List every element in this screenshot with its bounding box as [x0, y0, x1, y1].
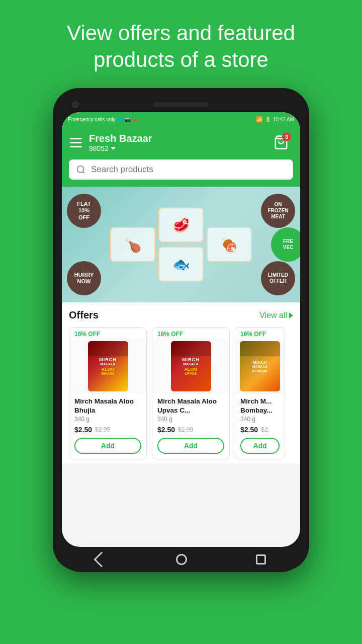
- product-name-0: Mirch Masala Aloo Bhujia: [69, 394, 146, 416]
- add-button-1[interactable]: Add: [157, 438, 224, 454]
- home-nav-button[interactable]: [176, 554, 187, 565]
- product-discount-0: 16% OFF: [69, 328, 146, 339]
- battery-icon: 🔋: [265, 117, 271, 122]
- product-discount-1: 16% OFF: [152, 328, 229, 339]
- product-weight-2: 340 g: [235, 416, 285, 426]
- svg-line-2: [83, 172, 85, 174]
- hamburger-line-2: [70, 142, 82, 143]
- emergency-text: Emergency calls only: [68, 117, 115, 122]
- product-weight-1: 340 g: [152, 416, 229, 426]
- product-price-row-1: $2.50 $2.99: [152, 426, 229, 438]
- zip-chevron-icon: [111, 147, 116, 150]
- product-card-0: 16% OFF MIRCH MASALA ALOO BHUJIA Mirch M…: [69, 327, 147, 459]
- meat-tray-beef: 🥩: [158, 207, 204, 243]
- bhujia-package-0: MIRCH MASALA ALOO BHUJIA: [88, 341, 128, 391]
- hamburger-line-1: [70, 138, 82, 139]
- product-price-row-2: $2.50 $2.: [235, 426, 285, 438]
- phone-notch: [62, 97, 300, 112]
- product-image-2: MIRCH MASALA BOMBAY: [235, 339, 285, 394]
- svg-point-1: [77, 166, 84, 173]
- app-header: Fresh Bazaar 98052 3: [62, 126, 300, 159]
- price-current-1: $2.50: [157, 426, 175, 434]
- phone-screen: Emergency calls only 🌐 📷 🔺 📶 🔋 10:42 AM …: [62, 112, 300, 547]
- phone-nav-bar: [62, 547, 300, 572]
- back-nav-button[interactable]: [94, 551, 110, 567]
- bhujia-package-2: MIRCH MASALA BOMBAY: [240, 341, 280, 391]
- product-discount-2: 16% OFF: [235, 328, 285, 339]
- status-right: 📶 🔋 10:42 AM: [256, 116, 294, 123]
- cart-badge: 3: [282, 132, 291, 141]
- phone-frame: Emergency calls only 🌐 📷 🔺 📶 🔋 10:42 AM …: [53, 88, 309, 571]
- store-info: Fresh Bazaar 98052: [89, 133, 152, 152]
- product-card-2: 16% OFF MIRCH MASALA BOMBAY Mirch M... B…: [235, 327, 285, 459]
- search-bar[interactable]: [69, 159, 293, 180]
- hero-heading: View offers and featured products of a s…: [0, 0, 362, 88]
- offers-section: Offers View all 16% OFF MIRCH MASALA ALO…: [62, 302, 300, 463]
- view-all-button[interactable]: View all: [259, 311, 293, 320]
- view-all-label: View all: [259, 311, 287, 320]
- product-weight-0: 340 g: [69, 416, 146, 426]
- hamburger-line-3: [70, 146, 82, 147]
- recent-apps-nav-button[interactable]: [256, 554, 266, 565]
- cart-button[interactable]: 3: [270, 131, 292, 153]
- bhujia-package-1: MIRCH MASALA ALOO UPVAS: [171, 341, 211, 391]
- meat-tray-salmon: 🐟: [158, 247, 204, 282]
- hamburger-menu[interactable]: [70, 138, 82, 147]
- product-image-0: MIRCH MASALA ALOO BHUJIA: [69, 339, 146, 394]
- offers-header: Offers View all: [69, 309, 293, 321]
- price-original-0: $2.99: [95, 426, 110, 433]
- price-original-1: $2.99: [178, 426, 193, 433]
- add-button-2[interactable]: Add: [240, 438, 280, 454]
- store-zip-row[interactable]: 98052: [89, 144, 152, 152]
- product-name-2: Mirch M... Bombay...: [235, 394, 285, 416]
- search-container: [62, 159, 300, 187]
- search-icon: [76, 165, 86, 175]
- emoji-icons: 🌐 📷 🔺: [117, 117, 138, 122]
- price-current-0: $2.50: [74, 426, 92, 434]
- status-left: Emergency calls only 🌐 📷 🔺: [68, 117, 138, 122]
- price-original-2: $2.: [261, 426, 269, 433]
- product-card-1: 16% OFF MIRCH MASALA ALOO UPVAS Mirch Ma…: [152, 327, 230, 459]
- product-name-1: Mirch Masala Aloo Upvas C...: [152, 394, 229, 416]
- wifi-icon: 📶: [256, 116, 263, 123]
- product-image-1: MIRCH MASALA ALOO UPVAS: [152, 339, 229, 394]
- status-bar: Emergency calls only 🌐 📷 🔺 📶 🔋 10:42 AM: [62, 112, 300, 126]
- meat-tray-chicken-legs: 🍗: [110, 227, 155, 262]
- promo-banner: FLAT 10% OFF ON FROZEN MEAT HURRY NOW LI…: [62, 187, 300, 302]
- product-price-row-0: $2.50 $2.99: [69, 426, 146, 438]
- header-left: Fresh Bazaar 98052: [70, 133, 152, 152]
- view-all-chevron-icon: [289, 312, 293, 318]
- store-name: Fresh Bazaar: [89, 133, 152, 144]
- products-row: 16% OFF MIRCH MASALA ALOO BHUJIA Mirch M…: [69, 327, 293, 459]
- offers-title: Offers: [69, 309, 99, 321]
- search-input[interactable]: [91, 165, 286, 175]
- front-camera: [72, 101, 79, 108]
- phone-speaker: [153, 102, 209, 107]
- status-time: 10:42 AM: [273, 117, 294, 122]
- meat-tray-chicken-breast: 🍖: [207, 227, 252, 262]
- price-current-2: $2.50: [240, 426, 258, 434]
- zip-code: 98052: [89, 144, 109, 152]
- add-button-0[interactable]: Add: [74, 438, 141, 454]
- banner-products: 🍗 🥩 🐟 🍖: [62, 187, 300, 302]
